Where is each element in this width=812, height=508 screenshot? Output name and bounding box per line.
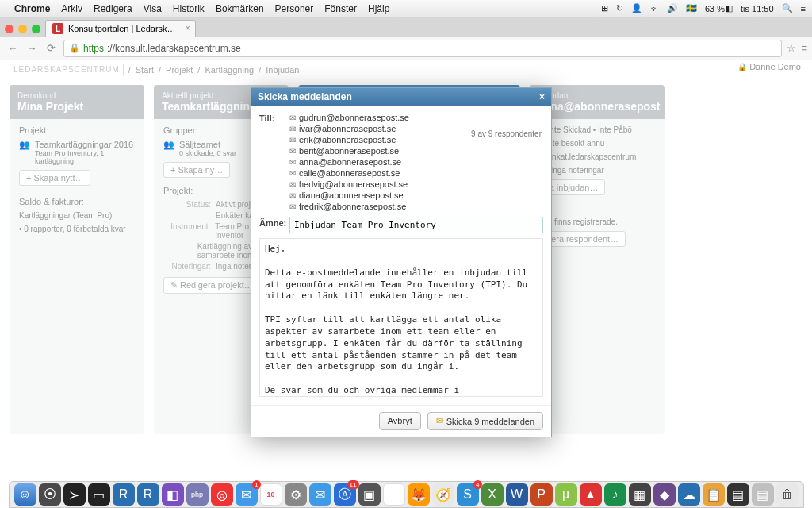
lock-icon: 🔒	[69, 43, 80, 53]
edit-project-button[interactable]: ✎ Redigera projekt…	[163, 277, 260, 294]
dock-app-icon[interactable]: ☁	[678, 483, 700, 506]
recipient-item[interactable]: ✉calle@abonnerasepost.se	[289, 167, 543, 179]
menu-arkiv[interactable]: Arkiv	[61, 3, 82, 14]
envelope-icon: ✉	[289, 147, 296, 156]
group-name[interactable]: Säljteamet	[179, 140, 236, 149]
dock-utorrent-icon[interactable]: µ	[555, 483, 577, 506]
dropbox-icon[interactable]: ⊞	[601, 3, 608, 13]
dock-app-icon[interactable]: ▤	[752, 483, 774, 506]
send-messages-modal: Skicka meddelanden × 9 av 9 respondenter…	[251, 87, 552, 437]
dock-excel-icon[interactable]: X	[481, 483, 504, 506]
dock-terminal-icon[interactable]: ≻	[63, 483, 86, 506]
omnibox[interactable]: 🔒 https://konsult.ledarskapscentrum.se	[63, 40, 782, 57]
project-name[interactable]: Teamkartläggningar 2016	[35, 140, 135, 149]
dock-trash-icon[interactable]: 🗑	[776, 483, 799, 506]
dock-app-icon[interactable]: ◆	[653, 483, 676, 506]
edit-respondent-button[interactable]: gera respondent…	[539, 231, 626, 247]
wifi-icon[interactable]: ᯤ	[650, 4, 659, 13]
dock-safari-icon[interactable]: 🧭	[432, 483, 454, 506]
user-label[interactable]: Danne Demo	[737, 62, 801, 71]
create-project-button[interactable]: + Skapa nytt…	[19, 170, 90, 186]
dock-app-icon[interactable]: ⦿	[39, 483, 61, 506]
dock-app-icon[interactable]: ◧	[162, 483, 184, 506]
panel-title: Mina Projekt	[17, 100, 83, 113]
battery-status[interactable]: 63 % ◧	[705, 3, 733, 13]
panel-mina-projekt: Demokund: Mina Projekt Projekt: 👥 Teamka…	[10, 85, 144, 434]
dock-rstudio-icon[interactable]: R	[113, 483, 135, 506]
create-group-button[interactable]: + Skapa ny…	[163, 162, 230, 178]
dock-php-icon[interactable]: php	[186, 483, 209, 506]
modal-close-icon[interactable]: ×	[539, 91, 545, 102]
dock-app-icon[interactable]: ▣	[358, 483, 381, 506]
dock-app-icon[interactable]: ✉	[309, 483, 331, 506]
menu-hjalp[interactable]: Hjälp	[368, 3, 389, 14]
chrome-toolbar: ← → ⟳ 🔒 https://konsult.ledarskapscentru…	[0, 37, 812, 60]
notifications-icon[interactable]: ≡	[801, 4, 806, 13]
clock[interactable]: tis 11:50	[741, 4, 774, 13]
window-zoom-icon[interactable]	[32, 25, 40, 33]
menu-personer[interactable]: Personer	[275, 3, 314, 14]
dock-vlc-icon[interactable]: ▲	[580, 483, 602, 506]
crumb-start[interactable]: Start	[136, 65, 154, 75]
chrome-menu-icon[interactable]: ≡	[801, 42, 807, 54]
dock-app-icon[interactable]: ◎	[211, 483, 233, 506]
cancel-button[interactable]: Avbryt	[379, 412, 421, 430]
sync-icon[interactable]: ↻	[616, 3, 623, 13]
dock-chrome-icon[interactable]: ◉	[383, 483, 405, 506]
menu-bokmarken[interactable]: Bokmärken	[216, 3, 264, 14]
flag-icon[interactable]: 🇸🇪	[686, 3, 697, 13]
back-button[interactable]: ←	[5, 42, 21, 54]
crumb-inbjudan: Inbjudan	[266, 65, 299, 75]
subject-input[interactable]	[289, 217, 543, 233]
dock-spotify-icon[interactable]: ♪	[604, 483, 626, 506]
message-body[interactable]: Hej, Detta e-postmeddelande innehåller e…	[259, 238, 543, 397]
recipient-item[interactable]: ✉berit@abonnerasepost.se	[289, 145, 543, 156]
recipient-item[interactable]: ✉anna@abonnerasepost.se	[289, 156, 543, 167]
menubar-app[interactable]: Chrome	[14, 3, 50, 14]
dock-app-icon[interactable]: 📋	[703, 483, 725, 506]
dock-settings-icon[interactable]: ⚙	[285, 483, 307, 506]
envelope-icon: ✉	[289, 114, 296, 122]
dock-skype-icon[interactable]: S	[457, 483, 479, 506]
dock-app-icon[interactable]: ▤	[727, 483, 749, 506]
window-minimize-icon[interactable]	[18, 25, 27, 33]
menu-historik[interactable]: Historik	[173, 3, 205, 14]
reload-button[interactable]: ⟳	[43, 42, 59, 54]
dock-calendar-icon[interactable]: 10	[260, 483, 282, 506]
volume-icon[interactable]: 🔊	[667, 3, 678, 13]
recipient-item[interactable]: ✉gudrun@abonnerasepost.se	[289, 112, 543, 123]
spotlight-icon[interactable]: 🔍	[782, 3, 793, 13]
site-logo[interactable]: LEDARSKAPSCENTRUM	[10, 64, 124, 75]
dock-powerpoint-icon[interactable]: P	[530, 483, 553, 506]
send-button[interactable]: ✉ Skicka 9 meddelanden	[427, 412, 543, 430]
dock-appstore-icon[interactable]: Ⓐ	[334, 483, 356, 506]
window-close-icon[interactable]	[5, 25, 13, 33]
dock-app-icon[interactable]: ▦	[629, 483, 651, 506]
crumb-kartlaggning[interactable]: Kartläggning	[205, 65, 254, 75]
url-rest: ://konsult.ledarskapscentrum.se	[107, 43, 241, 54]
star-icon[interactable]: ☆	[787, 42, 796, 54]
dock-mail-icon[interactable]: ✉	[236, 483, 258, 506]
menu-redigera[interactable]: Redigera	[94, 3, 132, 14]
recipient-item[interactable]: ✉fredrik@abonnerasepost.se	[289, 201, 543, 212]
envelope-icon: ✉	[289, 202, 296, 211]
user-icon[interactable]: 👤	[631, 3, 642, 13]
breadcrumb: LEDARSKAPSCENTRUM / Start / Projekt / Ka…	[0, 60, 812, 79]
forward-button[interactable]: →	[24, 42, 40, 54]
tab-title: Konsultportalen | Ledarsk…	[68, 24, 176, 33]
label-projekt: Projekt:	[19, 125, 135, 135]
envelope-icon: ✉	[289, 180, 296, 189]
crumb-projekt[interactable]: Projekt	[166, 65, 193, 75]
recipient-item[interactable]: ✉hedvig@abonnerasepost.se	[289, 179, 543, 190]
menu-fonster[interactable]: Fönster	[324, 3, 357, 14]
envelope-icon: ✉	[289, 191, 296, 200]
dock-word-icon[interactable]: W	[506, 483, 528, 506]
dock-firefox-icon[interactable]: 🦊	[408, 483, 430, 506]
recipient-item[interactable]: ✉diana@abonnerasepost.se	[289, 190, 543, 201]
menu-visa[interactable]: Visa	[144, 3, 162, 14]
tab-close-icon[interactable]: ×	[186, 24, 190, 33]
dock-finder-icon[interactable]: ☺	[14, 483, 36, 506]
dock-r-icon[interactable]: R	[137, 483, 159, 506]
browser-tab[interactable]: L Konsultportalen | Ledarsk… ×	[45, 20, 196, 37]
dock-app-icon[interactable]: ▭	[88, 483, 110, 506]
